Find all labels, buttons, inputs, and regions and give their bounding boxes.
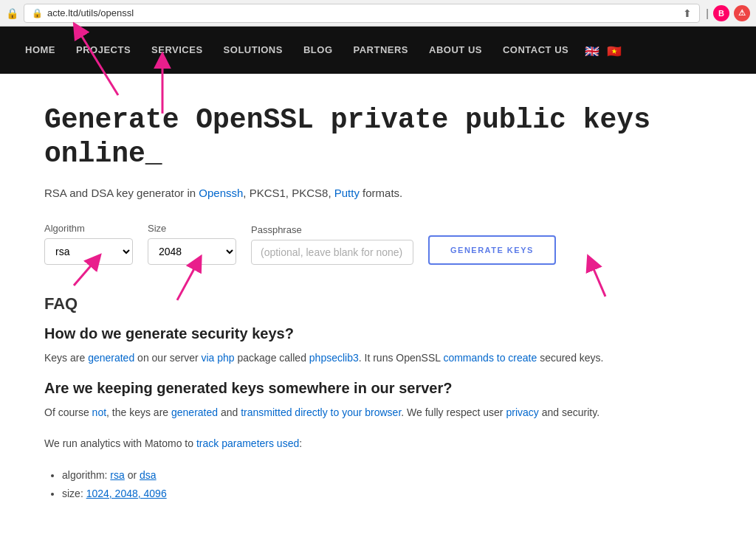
vietnamese-flag[interactable]: 🇻🇳: [607, 44, 625, 56]
size-group: Size 1024 2048 4096: [148, 223, 236, 265]
faq-section: FAQ How do we generate security keys? Ke…: [44, 294, 664, 504]
language-flags: 🇬🇧 🇻🇳: [585, 44, 625, 56]
openssh-link[interactable]: Openssh: [199, 187, 243, 199]
generated-link[interactable]: generated: [88, 352, 134, 364]
nav-projects[interactable]: PROJECTS: [66, 27, 141, 74]
browser-chrome: 🔒 🔒 acte.ltd/utils/openssl ⬆ | B ⚠: [0, 0, 756, 27]
transmitted-link[interactable]: transmitted directly to your browser: [241, 406, 401, 418]
alert-icon[interactable]: ⚠: [734, 5, 750, 21]
lock-icon: 🔒: [32, 8, 43, 18]
putty-link[interactable]: Putty: [334, 187, 360, 199]
phpseclib-link[interactable]: phpseclib3: [309, 352, 359, 364]
faq-a2-1: Of course not, the keys are generated an…: [44, 404, 664, 422]
privacy-link[interactable]: privacy: [506, 406, 538, 418]
share-icon[interactable]: ⬆: [683, 7, 692, 19]
size-select[interactable]: 1024 2048 4096: [148, 238, 236, 265]
generate-keys-button[interactable]: GENERATE KEYS: [428, 235, 556, 265]
faq-q1: How do we generate security keys?: [44, 325, 664, 342]
nav-partners[interactable]: PARTNERS: [343, 27, 419, 74]
not-link[interactable]: not: [92, 406, 106, 418]
analytics-list: algorithm: rsa or dsa size: 1024, 2048, …: [62, 466, 664, 503]
faq-q2: Are we keeping generated keys somewhere …: [44, 380, 664, 397]
php-link[interactable]: php: [217, 352, 234, 364]
faq-a1: Keys are generated on our server via php…: [44, 350, 664, 367]
page-subtitle: RSA and DSA key generator in Openssh, PK…: [44, 185, 664, 202]
browser-actions: | B ⚠: [706, 5, 750, 21]
algorithm-select[interactable]: rsa dsa: [44, 238, 133, 265]
favicon-icon: 🔒: [6, 7, 18, 19]
nav-about-us[interactable]: ABOUT US: [419, 27, 492, 74]
nav-services[interactable]: SERVICES: [141, 27, 213, 74]
nav-home[interactable]: HOME: [15, 27, 66, 74]
commands-link[interactable]: commands: [443, 352, 493, 364]
key-generation-form: Algorithm rsa dsa Size 1024 2048 4096 Pa…: [44, 223, 664, 265]
to-create-link[interactable]: to create: [497, 352, 537, 364]
separator: |: [706, 7, 709, 19]
passphrase-group: Passphrase: [251, 224, 413, 265]
nav-blog[interactable]: BLOG: [293, 27, 343, 74]
dsa-link[interactable]: dsa: [140, 469, 157, 481]
size-label: Size: [148, 223, 236, 234]
nav-contact-us[interactable]: CONTACT US: [492, 27, 579, 74]
main-content: Generate OpenSSL private public keys onl…: [0, 74, 709, 533]
page-title: Generate OpenSSL private public keys onl…: [44, 103, 664, 170]
algorithm-group: Algorithm rsa dsa: [44, 223, 133, 265]
passphrase-input[interactable]: [251, 240, 413, 265]
rsa-link[interactable]: rsa: [110, 469, 124, 481]
url-text: acte.ltd/utils/openssl: [47, 7, 678, 18]
passphrase-label: Passphrase: [251, 224, 413, 235]
track-link[interactable]: track parameters used: [196, 437, 299, 449]
analytics-item-size: size: 1024, 2048, 4096: [62, 485, 664, 503]
main-nav: HOME PROJECTS SERVICES SOLUTIONS BLOG PA…: [0, 27, 756, 74]
nav-solutions[interactable]: SOLUTIONS: [213, 27, 293, 74]
faq-a2-2: We run analytics with Matomo to track pa…: [44, 435, 664, 453]
algorithm-label: Algorithm: [44, 223, 133, 234]
size-options-link[interactable]: 1024, 2048, 4096: [86, 488, 167, 499]
brave-icon[interactable]: B: [713, 5, 729, 21]
english-flag[interactable]: 🇬🇧: [585, 44, 602, 56]
address-bar[interactable]: 🔒 acte.ltd/utils/openssl ⬆: [24, 4, 700, 23]
analytics-item-algorithm: algorithm: rsa or dsa: [62, 466, 664, 485]
via-link[interactable]: via: [201, 352, 214, 364]
generated2-link[interactable]: generated: [171, 406, 218, 418]
faq-heading: FAQ: [44, 294, 664, 313]
